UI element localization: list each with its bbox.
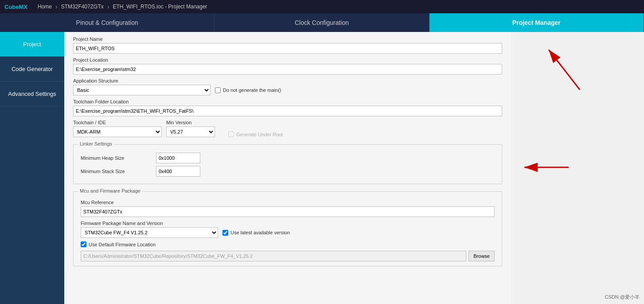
project-location-label: Project Location [73, 57, 502, 63]
generate-under-root-checkbox [228, 131, 234, 137]
svg-line-2 [549, 50, 580, 90]
breadcrumb-project[interactable]: ETH_WIFI_RTOS.ioc - Project Manager [109, 4, 211, 10]
toolchain-folder-field: Toolchain Folder Location [73, 99, 502, 116]
app-logo: CubeMX [4, 4, 27, 10]
mcu-reference-label: Mcu Reference [81, 200, 495, 205]
use-latest-label[interactable]: Use latest available version [222, 230, 290, 236]
breadcrumb-home[interactable]: Home [34, 4, 55, 10]
use-latest-checkbox[interactable] [222, 230, 228, 236]
project-name-label: Project Name [73, 36, 502, 42]
linker-settings-legend: Linker Settings [78, 141, 114, 146]
do-not-generate-main-checkbox-label[interactable]: Do not generate the main() [215, 87, 281, 93]
toolchain-ide-label: Toolchain / IDE [73, 120, 162, 125]
min-stack-size-input[interactable] [156, 166, 200, 177]
tab-clock[interactable]: Clock Configuration [215, 13, 429, 32]
tab-bar: Pinout & Configuration Clock Configurati… [0, 13, 644, 32]
mcu-firmware-section: Mcu and Firmware Package Mcu Reference F… [73, 191, 502, 266]
min-version-label: Min Version [166, 120, 215, 125]
do-not-generate-main-checkbox[interactable] [215, 87, 221, 93]
min-heap-size-label: Minimum Heap Size [81, 155, 152, 161]
annotation-area [511, 32, 644, 304]
mcu-reference-field: Mcu Reference [81, 200, 495, 217]
firmware-package-field: Firmware Package Name and Version STM32C… [81, 221, 495, 238]
watermark: CSDN @爱小羊 [605, 294, 640, 300]
main-layout: Project Code Generator Advanced Settings… [0, 32, 644, 304]
sidebar-item-advanced-settings[interactable]: Advanced Settings [0, 82, 64, 107]
project-location-input[interactable] [73, 64, 502, 75]
use-default-firmware-label[interactable]: Use Default Firmware Location [81, 241, 495, 247]
use-default-firmware-field: Use Default Firmware Location [81, 241, 495, 247]
app-structure-field: Application Structure Basic Do not gener… [73, 78, 502, 95]
toolchain-ide-select[interactable]: MDK-ARM [73, 126, 162, 137]
generate-under-root-label: Generate Under Root [228, 131, 283, 137]
project-location-field: Project Location [73, 57, 502, 75]
tab-pinout[interactable]: Pinout & Configuration [0, 13, 215, 32]
sidebar-item-code-generator[interactable]: Code Generator [0, 57, 64, 82]
tab-project-manager[interactable]: Project Manager [429, 13, 644, 32]
browse-button[interactable]: Browse [468, 251, 495, 261]
toolchain-folder-label: Toolchain Folder Location [73, 99, 502, 104]
content-area: Project Name Project Location Applicatio… [64, 32, 511, 304]
mcu-firmware-legend: Mcu and Firmware Package [78, 188, 142, 193]
sidebar: Project Code Generator Advanced Settings [0, 32, 64, 304]
min-heap-size-input[interactable] [156, 153, 200, 163]
firmware-location-input [81, 251, 466, 261]
top-bar: CubeMX Home › STM32F407ZGTx › ETH_WIFI_R… [0, 0, 644, 13]
breadcrumb-mcu[interactable]: STM32F407ZGTx [58, 4, 107, 10]
annotation-arrows [511, 32, 644, 304]
sidebar-item-project[interactable]: Project [0, 32, 64, 57]
min-stack-size-label: Minimum Stack Size [81, 169, 152, 174]
firmware-location-row: Browse [81, 251, 495, 261]
project-name-input[interactable] [73, 43, 502, 54]
firmware-package-label: Firmware Package Name and Version [81, 221, 495, 226]
app-structure-label: Application Structure [73, 78, 502, 83]
linker-settings-section: Linker Settings Minimum Heap Size Minimu… [73, 144, 502, 184]
toolchain-ide-row: Toolchain / IDE MDK-ARM Min Version V5.2… [73, 120, 502, 137]
firmware-package-select[interactable]: STM32Cube FW_F4 V1.25.2 [81, 227, 218, 238]
min-version-select[interactable]: V5.27 [166, 126, 215, 137]
app-structure-select[interactable]: Basic [73, 85, 211, 95]
project-name-field: Project Name [73, 36, 502, 54]
toolchain-folder-input[interactable] [73, 106, 502, 116]
use-default-firmware-checkbox[interactable] [81, 241, 86, 247]
min-heap-size-row: Minimum Heap Size [81, 153, 495, 163]
breadcrumb: Home › STM32F407ZGTx › ETH_WIFI_RTOS.ioc… [34, 3, 211, 10]
min-stack-size-row: Minimum Stack Size [81, 166, 495, 177]
mcu-reference-input[interactable] [81, 206, 495, 217]
